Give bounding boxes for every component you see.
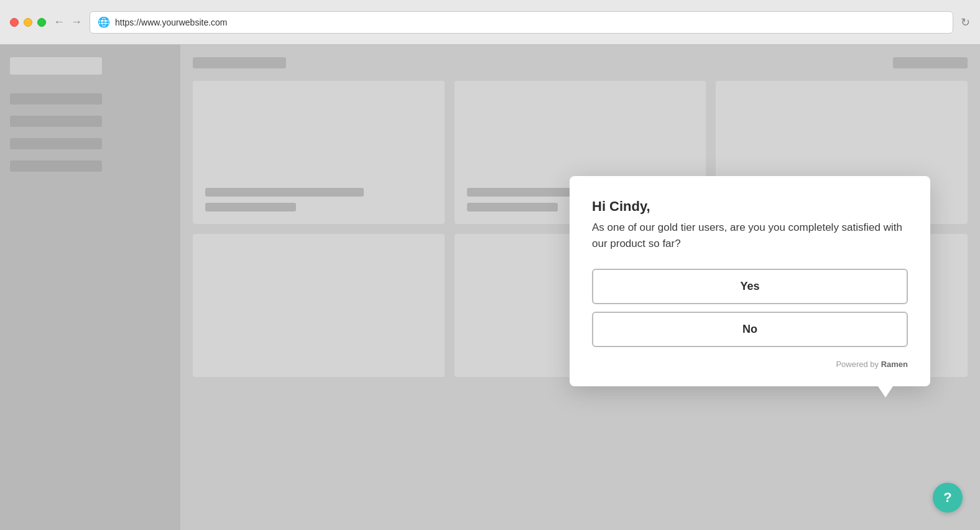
nav-buttons: ← → [53, 16, 82, 29]
close-button[interactable] [10, 18, 19, 27]
survey-modal: Hi Cindy, As one of our gold tier users,… [570, 176, 930, 386]
help-button[interactable]: ? [933, 483, 963, 513]
modal-question: As one of our gold tier users, are you y… [592, 220, 908, 251]
globe-icon: 🌐 [98, 16, 110, 28]
reload-button[interactable]: ↻ [961, 16, 970, 29]
traffic-lights [10, 18, 46, 27]
powered-by: Powered by Ramen [592, 360, 908, 369]
page-content: Hi Cindy, As one of our gold tier users,… [0, 45, 980, 530]
address-bar[interactable]: 🌐 https://www.yourwebsite.com [90, 11, 953, 34]
yes-button[interactable]: Yes [592, 269, 908, 304]
maximize-button[interactable] [37, 18, 46, 27]
help-icon: ? [943, 491, 951, 504]
forward-button[interactable]: → [71, 16, 82, 29]
modal-greeting: Hi Cindy, [592, 198, 908, 215]
url-text: https://www.yourwebsite.com [115, 17, 228, 27]
minimize-button[interactable] [24, 18, 32, 27]
back-button[interactable]: ← [53, 16, 65, 29]
browser-chrome: ← → 🌐 https://www.yourwebsite.com ↻ [0, 0, 980, 45]
no-button[interactable]: No [592, 312, 908, 347]
modal-overlay: Hi Cindy, As one of our gold tier users,… [0, 45, 980, 530]
